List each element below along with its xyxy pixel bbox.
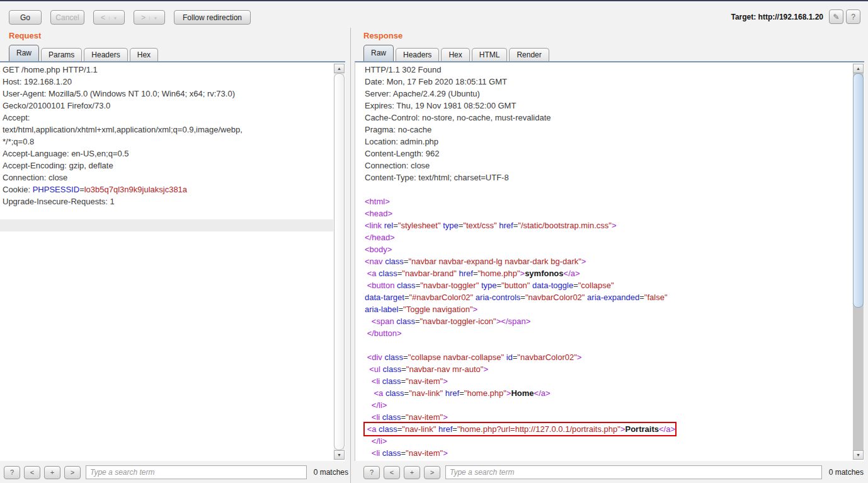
- code-line: <li class="nav-item">: [365, 411, 852, 423]
- response-raw-text[interactable]: HTTP/1.1 302 FoundDate: Mon, 17 Feb 2020…: [355, 62, 852, 461]
- code-line: </button>: [365, 327, 852, 339]
- request-tabs: RawParamsHeadersHex: [9, 44, 160, 61]
- help-icon: ?: [851, 13, 855, 21]
- forward-dropdown-icon[interactable]: ▼: [149, 16, 157, 20]
- code-line: Gecko/20100101 Firefox/73.0: [3, 100, 333, 112]
- search-matches-label: 0 matches: [829, 468, 864, 477]
- request-scrollbar-track[interactable]: [334, 73, 345, 450]
- response-scrollbar-track[interactable]: [853, 73, 864, 450]
- forward-button[interactable]: >▼: [134, 10, 165, 25]
- tab-raw[interactable]: Raw: [9, 45, 39, 61]
- code-line: Accept:: [3, 112, 333, 124]
- code-line: Expires: Thu, 19 Nov 1981 08:52:00 GMT: [365, 100, 852, 112]
- code-line: data-target="#navbarColor02" aria-contro…: [365, 291, 852, 303]
- go-button[interactable]: Go: [9, 10, 42, 25]
- code-line: Content-Length: 962: [365, 148, 852, 160]
- code-line: */*;q=0.8: [3, 136, 333, 148]
- code-line: text/html,application/xhtml+xml,applicat…: [3, 124, 333, 136]
- code-line: <body>: [365, 243, 852, 255]
- search-input[interactable]: [445, 465, 822, 479]
- code-line: <div class="collapse navbar-collapse" id…: [365, 351, 852, 363]
- repeater-toolbar: Go Cancel <▼ >▼ Follow redirection Targe…: [0, 1, 868, 28]
- search-input[interactable]: [86, 465, 307, 479]
- code-line: Connection: close: [365, 160, 852, 172]
- code-line: <a class="nav-link" href="home.php">Home…: [365, 387, 852, 399]
- code-line: <link rel="stylesheet" type="text/css" h…: [365, 219, 852, 231]
- code-line: <ul class="navbar-nav mr-auto">: [365, 363, 852, 375]
- search-next-button[interactable]: >: [64, 466, 81, 479]
- scroll-down-icon[interactable]: ▼: [334, 450, 345, 460]
- edit-target-button[interactable]: ✎: [829, 9, 843, 24]
- response-tabs: RawHeadersHexHTMLRender: [363, 44, 551, 61]
- response-editor[interactable]: HTTP/1.1 302 FoundDate: Mon, 17 Feb 2020…: [355, 61, 864, 461]
- highlighted-code-line: <a class="nav-link" href="home.php?url=h…: [365, 423, 675, 435]
- target-label: Target: http://192.168.1.20: [731, 13, 824, 21]
- request-search-bar: ?<+>0 matches: [4, 465, 348, 480]
- code-line: Connection: close: [3, 172, 333, 183]
- code-line: Pragma: no-cache: [365, 124, 852, 136]
- search-matches-label: 0 matches: [314, 468, 348, 477]
- code-line: GET /home.php HTTP/1.1: [3, 64, 333, 76]
- code-line: HTTP/1.1 302 Found: [365, 64, 852, 76]
- tab-hex[interactable]: Hex: [441, 48, 469, 61]
- tab-html[interactable]: HTML: [472, 48, 508, 61]
- tab-raw[interactable]: Raw: [363, 45, 394, 61]
- tab-render[interactable]: Render: [509, 48, 549, 61]
- code-line: <a class="nav-link" href="home.php?url=h…: [365, 423, 852, 435]
- tab-headers[interactable]: Headers: [84, 48, 127, 61]
- code-line: Accept-Language: en-US,en;q=0.5: [3, 148, 333, 160]
- back-arrow-label: <: [101, 13, 105, 22]
- code-line: [3, 207, 333, 219]
- back-dropdown-icon[interactable]: ▼: [109, 16, 117, 20]
- code-line: Upgrade-Insecure-Requests: 1: [3, 195, 333, 207]
- code-line: Accept-Encoding: gzip, deflate: [3, 160, 333, 172]
- code-line: <span class="navbar-toggler-icon"></span…: [365, 315, 852, 327]
- code-line: Cookie: PHPSESSID=lo3b5q7ql3n9k9julaksjc…: [3, 183, 333, 195]
- request-scrollbar[interactable]: ▲ ▼: [334, 64, 345, 460]
- cancel-button[interactable]: Cancel: [50, 10, 84, 25]
- scroll-up-icon[interactable]: ▲: [853, 64, 864, 73]
- search-case-button[interactable]: +: [44, 466, 60, 479]
- target-display: Target: http://192.168.1.20 ✎ ?: [731, 9, 861, 24]
- code-line: <a class="navbar-brand" href="home.php">…: [365, 267, 852, 279]
- request-editor[interactable]: GET /home.php HTTP/1.1Host: 192.168.1.20…: [0, 61, 345, 461]
- code-line: </li>: [365, 435, 852, 447]
- code-line: Content-Type: text/html; charset=UTF-8: [365, 172, 852, 183]
- tab-hex[interactable]: Hex: [130, 48, 158, 61]
- search-prev-button[interactable]: <: [384, 466, 400, 479]
- back-button[interactable]: <▼: [93, 10, 125, 25]
- forward-arrow-label: >: [141, 13, 146, 22]
- code-line: Cache-Control: no-store, no-cache, must-…: [365, 112, 852, 124]
- scroll-down-icon[interactable]: ▼: [853, 450, 864, 460]
- search-prev-button[interactable]: <: [24, 466, 40, 479]
- search-case-button[interactable]: +: [404, 466, 420, 479]
- code-line: <button class="navbar-toggler" type="but…: [365, 279, 852, 291]
- code-line: <li class="nav-item">: [365, 447, 852, 459]
- follow-redirection-button[interactable]: Follow redirection: [174, 10, 251, 25]
- code-line: User-Agent: Mozilla/5.0 (Windows NT 10.0…: [3, 88, 333, 100]
- code-line: </li>: [365, 399, 852, 411]
- code-line: [365, 339, 852, 351]
- panel-divider[interactable]: [350, 28, 351, 483]
- response-scrollbar[interactable]: ▲ ▼: [853, 64, 864, 460]
- code-line: Location: admin.php: [365, 136, 852, 148]
- search-help-button[interactable]: ?: [363, 466, 380, 479]
- code-line: [365, 183, 852, 195]
- code-line: <nav class="navbar navbar-expand-lg navb…: [365, 255, 852, 267]
- search-next-button[interactable]: >: [424, 466, 440, 479]
- tab-params[interactable]: Params: [41, 48, 82, 61]
- code-line: Host: 192.168.1.20: [3, 76, 333, 88]
- code-line: Date: Mon, 17 Feb 2020 18:05:11 GMT: [365, 76, 852, 88]
- response-search-bar: ?<+>0 matches: [363, 465, 864, 480]
- response-panel-title: Response: [363, 31, 403, 40]
- request-panel-title: Request: [9, 31, 41, 40]
- target-help-button[interactable]: ?: [846, 9, 860, 24]
- scroll-up-icon[interactable]: ▲: [334, 64, 345, 73]
- request-raw-text[interactable]: GET /home.php HTTP/1.1Host: 192.168.1.20…: [0, 62, 333, 461]
- search-help-button[interactable]: ?: [4, 466, 20, 479]
- tab-headers[interactable]: Headers: [396, 48, 439, 61]
- pencil-icon: ✎: [833, 13, 839, 21]
- code-line: aria-label="Toggle navigation">: [365, 303, 852, 315]
- request-scrollbar-thumb[interactable]: [334, 73, 345, 450]
- response-scrollbar-thumb[interactable]: [853, 73, 864, 308]
